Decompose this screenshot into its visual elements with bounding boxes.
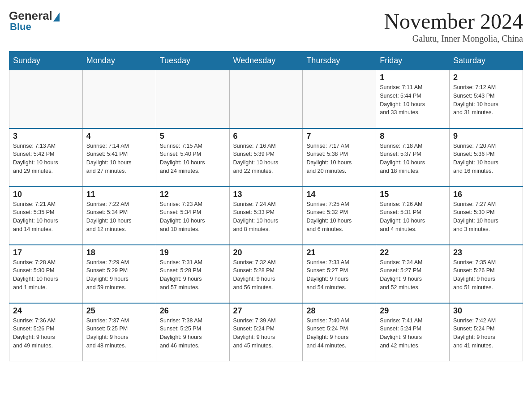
day-info: Sunrise: 7:21 AM Sunset: 5:35 PM Dayligh… <box>13 200 79 234</box>
page-header: General Blue November 2024 Galutu, Inner… <box>9 9 523 44</box>
month-title: November 2024 <box>384 9 523 34</box>
day-number: 29 <box>380 306 446 316</box>
day-number: 27 <box>233 306 299 316</box>
table-row: 11Sunrise: 7:22 AM Sunset: 5:34 PM Dayli… <box>82 187 156 245</box>
day-number: 22 <box>380 248 446 257</box>
table-row <box>229 70 303 128</box>
day-number: 11 <box>86 190 152 199</box>
table-row: 5Sunrise: 7:15 AM Sunset: 5:40 PM Daylig… <box>156 128 229 187</box>
table-row: 22Sunrise: 7:34 AM Sunset: 5:27 PM Dayli… <box>376 245 450 303</box>
day-number: 7 <box>306 132 372 141</box>
table-row: 6Sunrise: 7:16 AM Sunset: 5:39 PM Daylig… <box>229 128 303 187</box>
day-number: 6 <box>233 132 299 141</box>
calendar-table: Sunday Monday Tuesday Wednesday Thursday… <box>9 51 523 361</box>
title-section: November 2024 Galutu, Inner Mongolia, Ch… <box>384 9 523 44</box>
day-info: Sunrise: 7:41 AM Sunset: 5:24 PM Dayligh… <box>380 317 446 350</box>
table-row: 25Sunrise: 7:37 AM Sunset: 5:25 PM Dayli… <box>82 303 156 361</box>
day-info: Sunrise: 7:20 AM Sunset: 5:36 PM Dayligh… <box>453 142 519 176</box>
day-info: Sunrise: 7:34 AM Sunset: 5:27 PM Dayligh… <box>380 258 446 292</box>
day-info: Sunrise: 7:13 AM Sunset: 5:42 PM Dayligh… <box>13 142 79 176</box>
col-monday: Monday <box>82 51 156 70</box>
table-row: 20Sunrise: 7:32 AM Sunset: 5:28 PM Dayli… <box>229 245 303 303</box>
table-row: 8Sunrise: 7:18 AM Sunset: 5:37 PM Daylig… <box>376 128 450 187</box>
calendar-week-row: 10Sunrise: 7:21 AM Sunset: 5:35 PM Dayli… <box>9 187 523 245</box>
day-number: 2 <box>453 73 519 82</box>
day-number: 18 <box>86 248 152 257</box>
table-row: 9Sunrise: 7:20 AM Sunset: 5:36 PM Daylig… <box>450 128 523 187</box>
col-saturday: Saturday <box>450 51 523 70</box>
col-tuesday: Tuesday <box>156 51 229 70</box>
day-number: 25 <box>86 306 152 316</box>
col-thursday: Thursday <box>303 51 376 70</box>
day-number: 19 <box>160 248 226 257</box>
table-row: 30Sunrise: 7:42 AM Sunset: 5:24 PM Dayli… <box>450 303 523 361</box>
day-info: Sunrise: 7:25 AM Sunset: 5:32 PM Dayligh… <box>306 200 372 234</box>
table-row: 27Sunrise: 7:39 AM Sunset: 5:24 PM Dayli… <box>229 303 303 361</box>
col-friday: Friday <box>376 51 450 70</box>
table-row <box>303 70 376 128</box>
table-row: 21Sunrise: 7:33 AM Sunset: 5:27 PM Dayli… <box>303 245 376 303</box>
table-row <box>9 70 83 128</box>
table-row: 7Sunrise: 7:17 AM Sunset: 5:38 PM Daylig… <box>303 128 376 187</box>
day-info: Sunrise: 7:37 AM Sunset: 5:25 PM Dayligh… <box>86 317 152 350</box>
table-row: 19Sunrise: 7:31 AM Sunset: 5:28 PM Dayli… <box>156 245 229 303</box>
day-info: Sunrise: 7:35 AM Sunset: 5:26 PM Dayligh… <box>453 258 519 292</box>
day-number: 26 <box>160 306 226 316</box>
table-row: 3Sunrise: 7:13 AM Sunset: 5:42 PM Daylig… <box>9 128 83 187</box>
day-number: 9 <box>453 132 519 141</box>
logo: General Blue <box>9 9 60 33</box>
table-row: 2Sunrise: 7:12 AM Sunset: 5:43 PM Daylig… <box>450 70 523 128</box>
table-row: 12Sunrise: 7:23 AM Sunset: 5:34 PM Dayli… <box>156 187 229 245</box>
day-number: 5 <box>160 132 226 141</box>
calendar-header-row: Sunday Monday Tuesday Wednesday Thursday… <box>9 51 523 70</box>
day-info: Sunrise: 7:23 AM Sunset: 5:34 PM Dayligh… <box>160 200 226 234</box>
day-info: Sunrise: 7:28 AM Sunset: 5:30 PM Dayligh… <box>13 258 79 292</box>
calendar-week-row: 3Sunrise: 7:13 AM Sunset: 5:42 PM Daylig… <box>9 128 523 187</box>
day-number: 30 <box>453 306 519 316</box>
logo-blue-text: Blue <box>10 21 31 33</box>
table-row: 29Sunrise: 7:41 AM Sunset: 5:24 PM Dayli… <box>376 303 450 361</box>
table-row: 1Sunrise: 7:11 AM Sunset: 5:44 PM Daylig… <box>376 70 450 128</box>
day-number: 13 <box>233 190 299 199</box>
day-info: Sunrise: 7:32 AM Sunset: 5:28 PM Dayligh… <box>233 258 299 292</box>
table-row: 18Sunrise: 7:29 AM Sunset: 5:29 PM Dayli… <box>82 245 156 303</box>
table-row: 15Sunrise: 7:26 AM Sunset: 5:31 PM Dayli… <box>376 187 450 245</box>
table-row: 17Sunrise: 7:28 AM Sunset: 5:30 PM Dayli… <box>9 245 83 303</box>
day-info: Sunrise: 7:31 AM Sunset: 5:28 PM Dayligh… <box>160 258 226 292</box>
day-info: Sunrise: 7:39 AM Sunset: 5:24 PM Dayligh… <box>233 317 299 350</box>
day-number: 20 <box>233 248 299 257</box>
table-row: 10Sunrise: 7:21 AM Sunset: 5:35 PM Dayli… <box>9 187 83 245</box>
day-number: 1 <box>380 73 446 82</box>
day-number: 15 <box>380 190 446 199</box>
table-row: 28Sunrise: 7:40 AM Sunset: 5:24 PM Dayli… <box>303 303 376 361</box>
day-info: Sunrise: 7:27 AM Sunset: 5:30 PM Dayligh… <box>453 200 519 234</box>
day-info: Sunrise: 7:38 AM Sunset: 5:25 PM Dayligh… <box>160 317 226 350</box>
day-number: 3 <box>13 132 79 141</box>
day-number: 12 <box>160 190 226 199</box>
day-info: Sunrise: 7:17 AM Sunset: 5:38 PM Dayligh… <box>306 142 372 176</box>
logo-triangle-icon <box>53 13 60 21</box>
location-text: Galutu, Inner Mongolia, China <box>384 34 523 44</box>
table-row <box>156 70 229 128</box>
day-info: Sunrise: 7:11 AM Sunset: 5:44 PM Dayligh… <box>380 83 446 117</box>
day-info: Sunrise: 7:18 AM Sunset: 5:37 PM Dayligh… <box>380 142 446 176</box>
day-info: Sunrise: 7:33 AM Sunset: 5:27 PM Dayligh… <box>306 258 372 292</box>
day-info: Sunrise: 7:12 AM Sunset: 5:43 PM Dayligh… <box>453 83 519 117</box>
table-row <box>82 70 156 128</box>
day-info: Sunrise: 7:36 AM Sunset: 5:26 PM Dayligh… <box>13 317 79 350</box>
day-number: 17 <box>13 248 79 257</box>
table-row: 13Sunrise: 7:24 AM Sunset: 5:33 PM Dayli… <box>229 187 303 245</box>
day-number: 24 <box>13 306 79 316</box>
table-row: 14Sunrise: 7:25 AM Sunset: 5:32 PM Dayli… <box>303 187 376 245</box>
calendar-week-row: 17Sunrise: 7:28 AM Sunset: 5:30 PM Dayli… <box>9 245 523 303</box>
day-number: 28 <box>306 306 372 316</box>
table-row: 16Sunrise: 7:27 AM Sunset: 5:30 PM Dayli… <box>450 187 523 245</box>
table-row: 26Sunrise: 7:38 AM Sunset: 5:25 PM Dayli… <box>156 303 229 361</box>
day-info: Sunrise: 7:29 AM Sunset: 5:29 PM Dayligh… <box>86 258 152 292</box>
day-number: 21 <box>306 248 372 257</box>
day-info: Sunrise: 7:24 AM Sunset: 5:33 PM Dayligh… <box>233 200 299 234</box>
day-number: 23 <box>453 248 519 257</box>
day-info: Sunrise: 7:40 AM Sunset: 5:24 PM Dayligh… <box>306 317 372 350</box>
day-info: Sunrise: 7:15 AM Sunset: 5:40 PM Dayligh… <box>160 142 226 176</box>
calendar-week-row: 1Sunrise: 7:11 AM Sunset: 5:44 PM Daylig… <box>9 70 523 128</box>
